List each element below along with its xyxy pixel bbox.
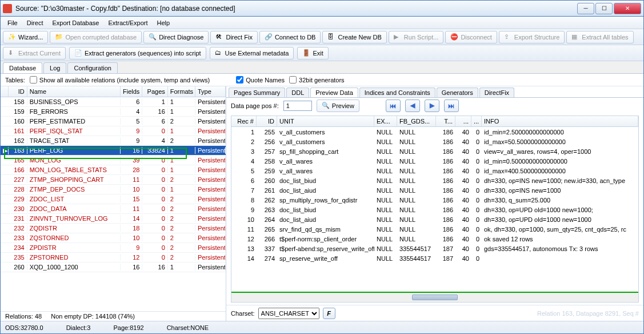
run-script-button[interactable]: ▶Run Script...: [389, 31, 444, 43]
table-row[interactable]: 165MON_LOG3901Persistent: [1, 156, 226, 165]
pcol-c2[interactable]: ...: [471, 116, 482, 126]
preview-row[interactable]: 14274sp_reserve_write_offNULL33554451718…: [231, 253, 638, 263]
preview-row[interactable]: 13337t$perf-abend:sp_reserve_write_offNU…: [231, 244, 638, 253]
tab-generators[interactable]: Generators: [437, 88, 478, 97]
preview-row[interactable]: 11265srv_find_qd_qs_mismNULLNULL186400ok…: [231, 224, 638, 234]
table-row[interactable]: 231ZINVNT_TURNOVER_LOG1402Persistent: [1, 214, 226, 224]
folder-icon: 📁: [55, 33, 63, 41]
extract-generators-button[interactable]: 📄Extract generators (sequences) into scr…: [69, 47, 206, 59]
preview-row[interactable]: 1255v_all_customersNULLNULL186400id_min=…: [231, 127, 638, 137]
quote-names-checkbox[interactable]: Quote Names: [236, 76, 285, 84]
pcol-info[interactable]: INFO: [482, 116, 638, 126]
col-pages[interactable]: Pages: [142, 86, 167, 97]
table-row[interactable]: 229ZDOC_LIST1502Persistent: [1, 194, 226, 204]
preview-row[interactable]: 3257sp_fill_shopping_cartNULLNULL186400v…: [231, 146, 638, 156]
table-row[interactable]: 232ZQDISTR1802Persistent: [1, 224, 226, 233]
exit-button[interactable]: 🚪Exit: [297, 47, 328, 59]
extract-current-button[interactable]: ⬇Extract Current: [3, 47, 66, 59]
pcol-unit[interactable]: UNIT: [277, 116, 374, 126]
data-page-pos-input[interactable]: [283, 101, 312, 111]
menu-export-database[interactable]: Export Database: [49, 18, 102, 27]
table-row[interactable]: 227ZTMP_SHOPPING_CART1102Persistent: [1, 175, 226, 185]
table-row[interactable]: 166MON_LOG_TABLE_STATS2801Persistent: [1, 165, 226, 175]
wizard-button[interactable]: ✨Wizard...: [3, 31, 48, 43]
preview-row[interactable]: 9263doc_list_biudNULLNULL186400dh=330, o…: [231, 205, 638, 214]
preview-row[interactable]: 7261doc_list_aiudNULLNULL186400dh=330, o…: [231, 185, 638, 195]
preview-row[interactable]: 12266t$perf-norm:sp_client_orderNULLNULL…: [231, 234, 638, 244]
wand-icon: ✨: [8, 33, 16, 41]
pcol-fb[interactable]: FB_GDS...: [397, 116, 436, 126]
preview-row[interactable]: 4258v_all_waresNULLNULL186400id_min=0.50…: [231, 156, 638, 166]
table-row[interactable]: 260XQD_1000_120016161Persistent: [1, 263, 226, 272]
pcol-c1[interactable]: ...: [455, 116, 471, 126]
pcol-ex[interactable]: EX...: [374, 116, 397, 126]
col-fields[interactable]: Fields: [121, 86, 143, 97]
tables-grid-body[interactable]: 158BUSINESS_OPS611Persistent159FB_ERRORS…: [1, 97, 226, 311]
32bit-generators-checkbox[interactable]: 32bit generators: [289, 76, 345, 84]
export-structure-button[interactable]: ⇪Export Structure: [499, 31, 565, 43]
connect-icon: 🔗: [265, 33, 273, 41]
table-row[interactable]: 158BUSINESS_OPS611Persistent: [1, 97, 226, 107]
disconnect-button[interactable]: ⛔Disconnect: [445, 31, 497, 43]
table-row[interactable]: 235ZPSTORNED1202Persistent: [1, 253, 226, 263]
tab-log[interactable]: Log: [43, 62, 66, 73]
menu-direct[interactable]: Direct: [23, 18, 47, 27]
col-id[interactable]: ID: [9, 86, 27, 97]
horizontal-scrollbar[interactable]: [231, 292, 638, 302]
nav-last-button[interactable]: ⏭: [444, 100, 459, 112]
app-icon: [3, 4, 12, 13]
nav-first-button[interactable]: ⏮: [386, 100, 401, 112]
col-formats[interactable]: Formats: [168, 86, 195, 97]
preview-row[interactable]: 10264doc_list_aiudNULLNULL186400dh=330, …: [231, 214, 638, 224]
minimize-button[interactable]: ─: [577, 3, 594, 14]
col-type[interactable]: Type: [195, 86, 226, 97]
pcol-id[interactable]: ID: [257, 116, 277, 126]
extract-all-tables-button[interactable]: ▦Extract All tables: [566, 31, 633, 43]
pcol-t[interactable]: T...: [436, 116, 455, 126]
table-row[interactable]: 233ZQSTORNED1002Persistent: [1, 233, 226, 243]
toolbar-primary: ✨Wizard... 📁Open corrupted database 🔍Dir…: [1, 29, 643, 45]
pcol-rec[interactable]: Rec #: [231, 116, 257, 126]
preview-grid-body[interactable]: 1255v_all_customersNULLNULL186400id_min=…: [231, 127, 638, 292]
menu-help[interactable]: Help: [153, 18, 173, 27]
open-corrupted-db-button[interactable]: 📁Open corrupted database: [50, 31, 142, 43]
tab-configuration[interactable]: Configuration: [67, 62, 117, 73]
tab-preview-data[interactable]: Preview Data: [310, 88, 358, 97]
nav-prev-button[interactable]: ◀: [405, 100, 420, 112]
col-name[interactable]: Name: [27, 86, 121, 97]
preview-row[interactable]: 6260doc_list_biudNULLNULL186400dh=330, o…: [231, 176, 638, 185]
tab-ddl[interactable]: DDL: [286, 88, 309, 97]
maximize-button[interactable]: ☐: [595, 3, 613, 14]
show-all-relations-checkbox[interactable]: Show all available relations (include sy…: [30, 76, 210, 84]
close-button[interactable]: ✕: [614, 3, 641, 14]
direct-fix-button[interactable]: 🛠Direct Fix: [210, 31, 257, 43]
tab-database[interactable]: Database: [3, 62, 42, 73]
tab-indices[interactable]: Indices and Constraints: [359, 88, 435, 97]
table-row[interactable]: 159FB_ERRORS4161Persistent: [1, 107, 226, 117]
preview-toolbar: Data page pos #: 🔍Preview ⏮ ◀ ▶ ⏭: [226, 97, 643, 113]
preview-row[interactable]: 2256v_all_customersNULLNULL186400id_max=…: [231, 137, 638, 146]
table-row[interactable]: 162TRACE_STAT942Persistent: [1, 136, 226, 146]
fix-icon: 🛠: [215, 33, 223, 41]
table-row[interactable]: 160PERF_ESTIMATED562Persistent: [1, 117, 226, 126]
direct-diagnose-button[interactable]: 🔍Direct Diagnose: [143, 31, 209, 43]
table-row[interactable]: 228ZTMP_DEP_DOCS1001Persistent: [1, 185, 226, 194]
table-row[interactable]: 161PERF_ISQL_STAT901Persistent: [1, 126, 226, 136]
table-row[interactable]: 230ZDOC_DATA1102Persistent: [1, 204, 226, 214]
table-row[interactable]: ▶163PERF_LOG16338241Persistent: [1, 146, 226, 156]
menu-extract-export[interactable]: Extract/Export: [105, 18, 151, 27]
use-external-metadata-button[interactable]: 🗂Use External metadata: [210, 47, 294, 59]
preview-row[interactable]: 5259v_all_waresNULLNULL186400id_max=400.…: [231, 166, 638, 176]
connect-db-button[interactable]: 🔗Connect to DB: [259, 31, 321, 43]
font-button[interactable]: F: [323, 308, 335, 319]
relations-count: Relations: 48: [5, 313, 42, 320]
nav-next-button[interactable]: ▶: [425, 100, 439, 112]
table-row[interactable]: 234ZPDISTR902Persistent: [1, 243, 226, 253]
preview-row[interactable]: 8262sp_multiply_rows_for_qdistrNULLNULL1…: [231, 195, 638, 205]
charset-select[interactable]: ANSI_CHARSET: [258, 308, 319, 319]
preview-button[interactable]: 🔍Preview: [317, 100, 359, 112]
create-new-db-button[interactable]: 🗄Create New DB: [322, 31, 386, 43]
tab-directfix[interactable]: DirectFix: [479, 88, 514, 97]
tab-pages-summary[interactable]: Pages Summary: [229, 88, 285, 97]
menu-file[interactable]: File: [4, 18, 21, 27]
